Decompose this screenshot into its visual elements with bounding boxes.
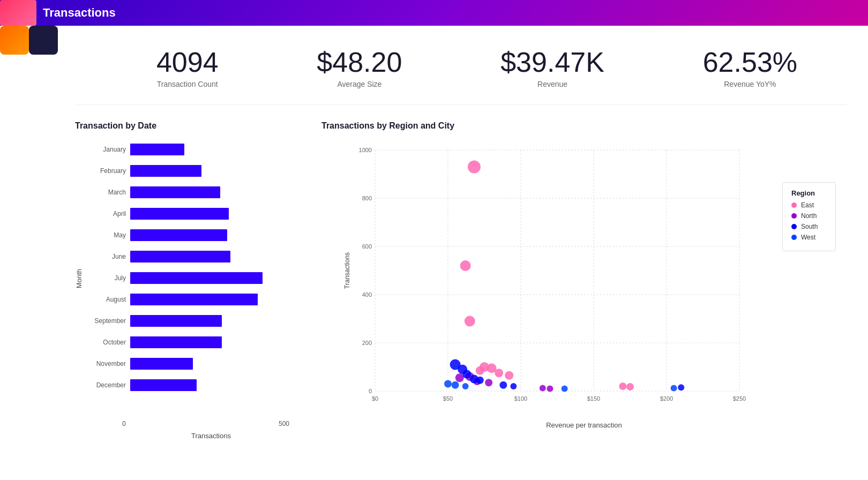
scatter-svg: 02004006008001000$0$50$100$150$200$250Tr…: [321, 139, 847, 418]
scatter-point[interactable]: [462, 370, 471, 379]
scatter-chart-section: Transactions by Region and City 02004006…: [321, 121, 847, 440]
bar-track: [130, 272, 300, 284]
kpi-revenue: $39.47K Revenue: [500, 47, 604, 88]
scatter-point[interactable]: [495, 369, 503, 377]
bar-track: [130, 358, 300, 370]
legend-dot: [791, 235, 797, 240]
x-tick-500: 500: [279, 420, 289, 428]
scatter-point[interactable]: [678, 384, 684, 391]
bar-fill: [130, 336, 222, 348]
bar-track: [130, 336, 300, 348]
logo-orange: [0, 26, 29, 55]
bar-chart-container: Month JanuaryFebruaryMarchAprilMayJuneJu…: [75, 139, 300, 418]
bar-row: June: [87, 246, 300, 267]
legend-label: East: [801, 201, 814, 209]
logo-pink: [0, 0, 36, 26]
scatter-point[interactable]: [626, 383, 634, 391]
scatter-point[interactable]: [671, 385, 677, 392]
bar-fill: [130, 144, 184, 155]
bar-row: April: [87, 204, 300, 224]
scatter-point[interactable]: [547, 386, 553, 392]
bar-track: [130, 379, 300, 391]
bar-month-label: November: [87, 360, 130, 368]
svg-text:$0: $0: [372, 395, 378, 402]
legend-dot: [791, 213, 797, 219]
kpi-average-size-value: $48.20: [317, 47, 402, 78]
scatter-point[interactable]: [499, 381, 507, 389]
bar-month-label: June: [87, 253, 130, 260]
kpi-revenue-yoy-label: Revenue YoY%: [703, 80, 797, 88]
main-content: 4094 Transaction Count $48.20 Average Si…: [0, 26, 868, 480]
bar-row: May: [87, 225, 300, 245]
kpi-row: 4094 Transaction Count $48.20 Average Si…: [75, 36, 847, 105]
kpi-revenue-yoy-value: 62.53%: [703, 47, 797, 78]
scatter-point[interactable]: [468, 161, 481, 174]
scatter-point[interactable]: [562, 386, 568, 392]
kpi-average-size-label: Average Size: [317, 80, 402, 88]
bar-month-label: December: [87, 381, 130, 389]
bar-fill: [130, 272, 263, 284]
bar-track: [130, 294, 300, 305]
scatter-legend: Region EastNorthSouthWest: [782, 182, 836, 251]
bar-track: [130, 208, 300, 220]
bar-fill: [130, 358, 193, 370]
scatter-point[interactable]: [476, 377, 484, 384]
bar-track: [130, 186, 300, 198]
bar-fill: [130, 251, 230, 262]
bar-fill: [130, 379, 197, 391]
legend-dot: [791, 202, 797, 208]
kpi-revenue-value: $39.47K: [500, 47, 604, 78]
bar-track: [130, 165, 300, 177]
scatter-point[interactable]: [619, 382, 626, 390]
bar-month-label: March: [87, 189, 130, 196]
svg-text:$100: $100: [514, 395, 527, 402]
bar-month-label: May: [87, 231, 130, 239]
scatter-x-label: Revenue per transaction: [321, 421, 847, 429]
x-tick-0: 0: [122, 420, 126, 428]
bar-track: [130, 229, 300, 241]
bar-fill: [130, 294, 258, 305]
bar-fill: [130, 208, 229, 220]
bar-row: December: [87, 375, 300, 395]
scatter-point[interactable]: [455, 373, 464, 382]
charts-row: Transaction by Date Month JanuaryFebruar…: [75, 121, 847, 440]
scatter-point[interactable]: [444, 380, 452, 388]
bar-row: February: [87, 161, 300, 181]
bar-row: July: [87, 268, 300, 288]
scatter-point[interactable]: [485, 379, 492, 386]
scatter-chart-area: 02004006008001000$0$50$100$150$200$250Tr…: [321, 139, 847, 439]
scatter-chart-title: Transactions by Region and City: [321, 121, 847, 131]
bar-month-label: January: [87, 146, 130, 153]
scatter-point[interactable]: [540, 385, 546, 392]
legend-items: EastNorthSouthWest: [791, 201, 827, 241]
legend-item: West: [791, 234, 827, 241]
bar-chart-section: Transaction by Date Month JanuaryFebruar…: [75, 121, 300, 440]
svg-text:200: 200: [362, 340, 372, 346]
bar-row: March: [87, 182, 300, 202]
bar-track: [130, 315, 300, 327]
bar-x-axis: 0 500: [122, 420, 300, 428]
bar-month-label: February: [87, 167, 130, 175]
bar-x-label: Transactions: [122, 432, 300, 440]
scatter-point[interactable]: [465, 316, 475, 327]
bar-row: September: [87, 311, 300, 331]
scatter-point[interactable]: [462, 383, 469, 389]
legend-item: North: [791, 212, 827, 220]
legend-label: West: [801, 234, 815, 241]
bar-track: [130, 144, 300, 155]
scatter-point[interactable]: [452, 381, 459, 389]
bar-row: August: [87, 289, 300, 310]
bar-fill: [130, 165, 201, 177]
bar-fill: [130, 186, 220, 198]
legend-item: East: [791, 201, 827, 209]
bar-month-label: April: [87, 210, 130, 218]
scatter-point[interactable]: [510, 383, 517, 389]
bar-month-label: August: [87, 296, 130, 303]
scatter-point[interactable]: [460, 260, 471, 271]
bar-fill: [130, 229, 227, 241]
scatter-point[interactable]: [505, 371, 513, 380]
svg-text:$250: $250: [733, 395, 746, 402]
bar-chart-title: Transaction by Date: [75, 121, 300, 131]
bar-month-label: September: [87, 317, 130, 325]
svg-text:600: 600: [362, 243, 372, 250]
